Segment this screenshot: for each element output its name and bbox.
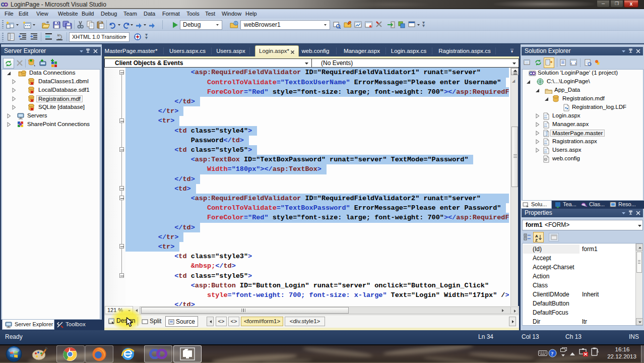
svg-text:Z: Z xyxy=(535,238,538,241)
svg-text:?: ? xyxy=(551,350,554,356)
